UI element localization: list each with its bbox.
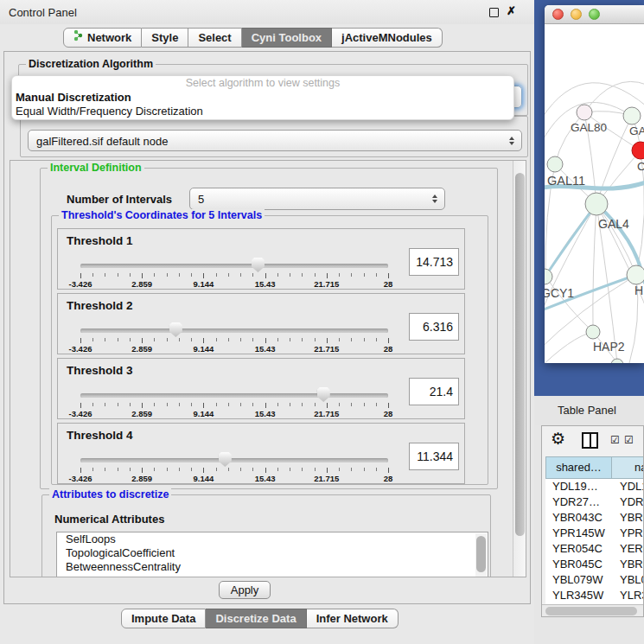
gear-icon[interactable]: ⚙ [551,429,565,449]
network-node[interactable] [547,156,563,172]
network-node[interactable] [577,105,592,120]
threshold-value-field[interactable]: 11.344 [409,443,459,470]
table-row[interactable]: YDR27…YDR2 [545,494,644,510]
threshold-slider[interactable] [80,322,388,338]
network-node[interactable] [623,107,641,124]
slider-ticks: -3.4262.8599.14415.4321.71528 [80,273,388,289]
network-canvas[interactable]: GAL80 GA C GAL11 GAL4 GCY1 H HAP2 [545,24,644,363]
tick-mark [240,338,241,341]
tick-mark [191,403,192,406]
attribute-list-item[interactable]: BetweennessCentrality [57,560,488,574]
slider-track[interactable] [80,328,388,333]
tick-mark [118,468,118,471]
tick-label: 15.43 [255,409,276,418]
network-view-window[interactable]: GAL80 GA C GAL11 GAL4 GCY1 H HAP2 [545,5,644,363]
tick-mark [228,468,229,471]
tab-impute-data[interactable]: Impute Data [121,609,206,628]
tab-style[interactable]: Style [142,28,188,48]
tab-jactivemnodules[interactable]: jActiveMNodules [332,28,443,48]
apply-button[interactable]: Apply [219,581,271,599]
slider-track[interactable] [80,458,388,462]
threshold-slider[interactable] [80,258,388,273]
network-window-titlebar[interactable] [545,5,644,24]
tick-label: 21.715 [314,474,339,483]
cell-name: YLR3 [620,588,644,603]
split-columns-icon[interactable] [582,432,598,449]
tick-label: 2.859 [131,409,152,418]
network-node[interactable] [586,325,600,339]
table-row[interactable]: YBL079WYBL0 [545,572,644,588]
column-header-name[interactable]: na [611,456,644,479]
network-node-selected[interactable] [632,142,644,159]
cell-name: YPR1 [620,526,644,541]
threshold-slider[interactable] [80,452,388,468]
dropdown-option-manual[interactable]: Manual Discretization [12,91,513,105]
slider-track[interactable] [80,393,388,398]
list-scrollbar-thumb[interactable] [476,536,486,572]
network-node[interactable] [585,193,608,215]
slider-thumb[interactable] [252,258,265,272]
tick-mark [167,338,168,341]
table-horizontal-scrollbar[interactable] [542,604,644,616]
threshold-slider[interactable] [80,387,388,403]
panel-scrollbar-thumb[interactable] [515,173,525,536]
table-row[interactable]: YDL19…YDL1 [545,479,644,494]
panel-scrollbar[interactable] [513,161,526,577]
threshold-value-field[interactable]: 14.713 [409,248,459,276]
tick-label: -3.426 [69,344,92,354]
network-node[interactable] [545,269,552,284]
tick-label: -3.426 [69,474,92,483]
float-window-icon[interactable] [489,8,499,17]
tick-mark [252,273,253,277]
tab-label: jActiveMNodules [341,29,432,47]
attribute-list-item[interactable]: TopologicalCoefficient [57,546,488,560]
list-scrollbar[interactable] [475,533,487,577]
number-of-intervals-combobox[interactable]: 5 [189,188,445,210]
tab-select[interactable]: Select [188,28,241,48]
tick-mark [388,338,389,343]
tick-mark [364,403,365,406]
mac-zoom-icon[interactable] [589,9,600,20]
table-row[interactable]: YER054CYER0 [545,541,644,557]
mac-close-icon[interactable] [552,9,564,20]
tab-cyni-toolbox[interactable]: Cyni Toolbox [242,28,332,48]
table-row[interactable]: YPR145WYPR1 [545,526,644,541]
combo-arrows-icon [509,137,514,145]
table-scrollbar-thumb[interactable] [545,607,637,615]
checkbox-icon[interactable]: ☑ [624,434,634,446]
slider-thumb[interactable] [169,322,182,337]
table-row[interactable]: YLR345WYLR3 [545,588,644,603]
tab-network[interactable]: Network [63,28,142,48]
tab-discretize-data[interactable]: Discretize Data [206,609,306,628]
column-header-shared-name[interactable]: shared… [545,456,612,479]
table-row[interactable]: YBR043CYBR0 [545,510,644,526]
network-node[interactable] [627,265,644,284]
table-panel-title: Table Panel [558,404,616,417]
tick-mark [265,273,266,278]
dropdown-prompt-item[interactable]: Select algorithm to view settings [12,76,513,91]
slider-track[interactable] [80,264,388,268]
group-title: Threshold's Coordinates for 5 Intervals [59,209,265,221]
dropdown-option-equal-width[interactable]: Equal Width/Frequency Discretization [12,105,513,118]
slider-thumb[interactable] [219,452,232,467]
threshold-value-field[interactable]: 6.316 [409,313,459,341]
threshold-value-field[interactable]: 21.4 [409,378,459,405]
attribute-list-item[interactable]: SelfLoops [57,532,488,546]
tick-mark [191,468,192,471]
cell-shared-name: YBL079W [552,572,603,588]
checkbox-icon[interactable]: ☑ [610,434,620,446]
threshold-panel: Threshold 4 -3.4262.8599.14415.4321.7152… [57,423,465,484]
table-data-combobox[interactable]: galFiltered.sif default node [28,130,522,151]
tick-mark [142,468,143,473]
network-node[interactable] [611,359,623,363]
tick-label: 21.715 [314,409,339,418]
tick-mark [252,403,253,406]
tick-mark [339,468,340,471]
slider-thumb[interactable] [317,387,330,402]
table-row[interactable]: YBR045CYBR0 [545,557,644,572]
close-icon[interactable]: ✗ [507,4,519,18]
mac-minimize-icon[interactable] [571,9,582,20]
tick-mark [388,468,389,473]
numerical-attributes-list[interactable]: SelfLoopsTopologicalCoefficientBetweenne… [56,532,488,577]
tab-infer-network[interactable]: Infer Network [307,609,399,628]
